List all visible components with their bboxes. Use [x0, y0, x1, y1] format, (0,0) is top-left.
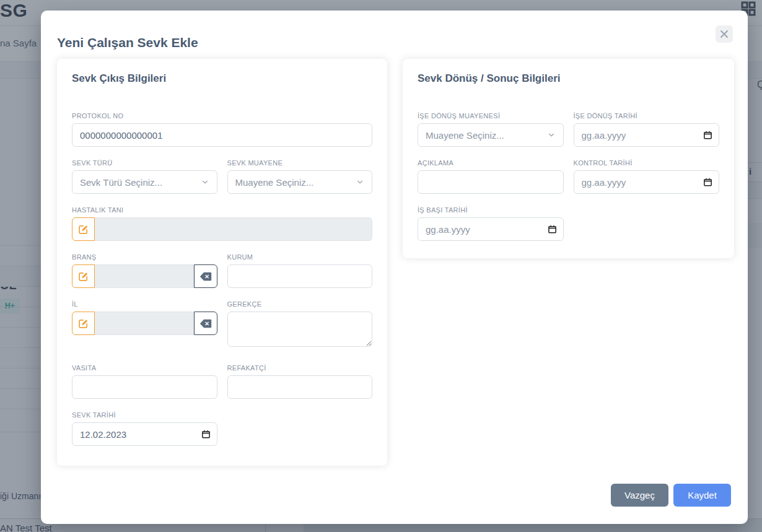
calendar-icon [703, 177, 712, 187]
sevk-ekle-modal: Yeni Çalışan Sevk Ekle Sevk Çıkış Bilgil… [41, 11, 748, 524]
kontrol-tarihi-field [574, 170, 720, 194]
calendar-picker-button[interactable] [703, 177, 712, 187]
ise-donus-tarihi-label: İŞE DÖNÜŞ TARİHİ [574, 112, 720, 120]
edit-icon [78, 271, 89, 282]
sevk-tarihi-input[interactable] [72, 423, 201, 445]
aciklama-label: AÇIKLAMA [418, 159, 564, 167]
sevk-muayene-select[interactable]: Muayene Seçiniz... [227, 170, 373, 194]
il-clear-button[interactable] [194, 312, 217, 335]
kontrol-tarihi-label: KONTROL TARİHİ [574, 159, 720, 167]
vasita-label: VASITA [72, 364, 217, 372]
brans-clear-button[interactable] [194, 264, 217, 288]
sevk-turu-label: SEVK TÜRÜ [72, 159, 217, 167]
calendar-picker-button[interactable] [703, 130, 712, 140]
save-button[interactable]: Kaydet [673, 484, 731, 507]
aciklama-input[interactable] [418, 170, 564, 194]
ise-donus-muayenesi-select[interactable]: Muayene Seçiniz... [418, 123, 564, 147]
chevron-down-icon [201, 178, 209, 186]
cancel-button[interactable]: Vazgeç [611, 484, 668, 507]
sevk-tarihi-label: SEVK TARİHİ [72, 411, 217, 419]
gerekce-label: GEREKÇE [227, 300, 373, 308]
calendar-picker-button[interactable] [201, 429, 211, 439]
chevron-down-icon [356, 178, 364, 186]
is-basi-tarihi-input[interactable] [418, 218, 548, 240]
sevk-cikis-card: Sevk Çıkış Bilgileri PROTOKOL NO SEVK TÜ… [57, 59, 387, 466]
il-input [95, 312, 194, 335]
ise-donus-tarihi-field [574, 123, 720, 147]
edit-icon [78, 318, 89, 329]
kurum-label: KURUM [227, 253, 373, 261]
sevk-donus-card: Sevk Dönüş / Sonuç Bilgileri İŞE DÖNÜŞ M… [403, 59, 734, 258]
protokol-no-label: PROTOKOL NO [72, 112, 372, 120]
il-edit-button[interactable] [72, 312, 95, 335]
brans-edit-button[interactable] [72, 264, 95, 288]
sevk-muayene-value: Muayene Seçiniz... [235, 177, 356, 188]
calendar-icon [703, 130, 712, 140]
sevk-turu-value: Sevk Türü Seçiniz... [80, 177, 201, 188]
ise-donus-tarihi-input[interactable] [574, 124, 704, 146]
hastalik-tani-edit-button[interactable] [72, 217, 95, 241]
brans-input [95, 264, 194, 288]
il-label: İL [72, 300, 217, 308]
refakatci-input[interactable] [227, 375, 373, 399]
edit-icon [78, 224, 89, 235]
calendar-icon [201, 429, 211, 439]
ise-donus-muayenesi-label: İŞE DÖNÜŞ MUAYENESİ [418, 112, 564, 120]
kontrol-tarihi-input[interactable] [574, 171, 704, 193]
card-title: Sevk Çıkış Bilgileri [72, 72, 372, 85]
sevk-turu-select[interactable]: Sevk Türü Seçiniz... [72, 170, 217, 194]
hastalik-tani-label: HASTALIK TANI [72, 206, 372, 214]
sevk-tarihi-field [72, 422, 217, 446]
brans-label: BRANŞ [72, 253, 217, 261]
close-button[interactable] [716, 25, 733, 43]
ise-donus-muayenesi-value: Muayene Seçiniz... [426, 130, 547, 141]
backspace-icon [199, 319, 212, 328]
protokol-no-input[interactable] [72, 123, 372, 147]
card-title: Sevk Dönüş / Sonuç Bilgileri [418, 72, 719, 85]
calendar-icon [548, 224, 557, 234]
vasita-input[interactable] [72, 375, 217, 399]
gerekce-textarea[interactable] [227, 312, 373, 347]
refakatci-label: REFAKATÇİ [227, 364, 373, 372]
is-basi-tarihi-field [418, 217, 564, 241]
backspace-icon [199, 272, 212, 281]
sevk-muayene-label: SEVK MUAYENE [227, 159, 373, 167]
modal-title: Yeni Çalışan Sevk Ekle [57, 35, 198, 50]
close-icon [720, 30, 729, 38]
hastalik-tani-input [95, 217, 372, 241]
kurum-input[interactable] [227, 264, 373, 288]
chevron-down-icon [547, 131, 556, 139]
is-basi-tarihi-label: İŞ BAŞI TARİHİ [418, 206, 564, 214]
calendar-picker-button[interactable] [548, 224, 557, 234]
